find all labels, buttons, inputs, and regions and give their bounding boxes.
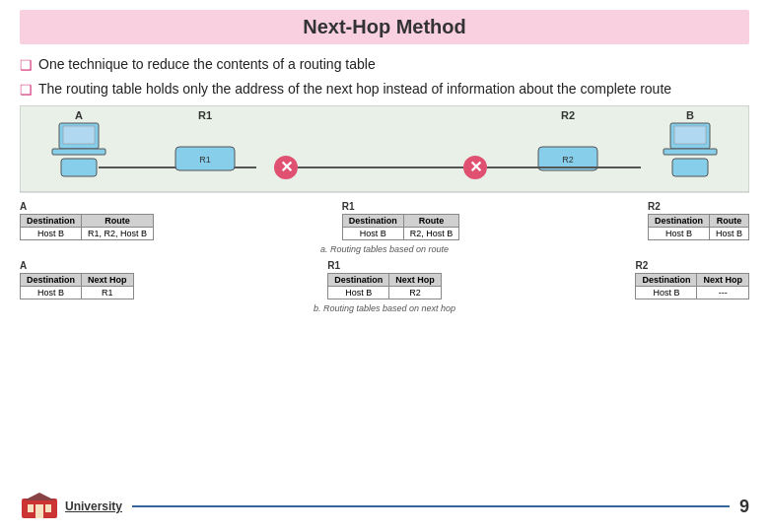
svg-marker-25 <box>24 493 55 500</box>
cell: R2, Host B <box>403 228 459 240</box>
svg-text:R2: R2 <box>562 155 574 165</box>
table-r2-nexthop-table: Destination Next Hop Host B --- <box>635 273 749 299</box>
svg-rect-27 <box>28 504 34 512</box>
svg-text:✕: ✕ <box>469 159 482 175</box>
col-route: Route <box>82 215 154 228</box>
table-row: Host B R1 <box>21 287 134 299</box>
nexthop-tables-section: A Destination Next Hop Host B R1 <box>20 260 749 313</box>
col-nexthop: Next Hop <box>697 274 749 287</box>
table-a-route-label: A <box>20 201 27 212</box>
table-r1-route: R1 Destination Route Host B R2, Host B <box>342 201 460 240</box>
footer: University 9 <box>0 491 769 522</box>
bullet-1: ❑ One technique to reduce the contents o… <box>20 56 749 73</box>
cell: Host B <box>21 287 82 299</box>
network-svg: A R1 R1 ✕ R2 R2 <box>20 105 749 194</box>
svg-rect-3 <box>52 149 105 155</box>
cell: R2 <box>389 287 442 299</box>
table-r1-nexthop: R1 Destination Next Hop Host B R2 <box>327 260 442 299</box>
university-logo-icon <box>20 491 59 522</box>
col-nexthop: Next Hop <box>82 274 134 287</box>
svg-rect-26 <box>35 504 43 518</box>
cell: Host B <box>636 287 697 299</box>
table-a-nexthop-label: A <box>20 260 27 271</box>
bullet-icon-2: ❑ <box>20 82 33 98</box>
col-route: Route <box>710 215 749 228</box>
table-row: Host B R1, R2, Host B <box>21 228 154 240</box>
table-r1-route-table: Destination Route Host B R2, Host B <box>342 214 460 240</box>
footer-logo: University <box>20 491 122 522</box>
cell: Host B <box>342 228 403 240</box>
col-dest: Destination <box>21 215 82 228</box>
table-a-nexthop-table: Destination Next Hop Host B R1 <box>20 273 134 299</box>
slide-title: Next-Hop Method <box>20 16 749 38</box>
table-row: Host B R2, Host B <box>342 228 459 240</box>
cell: Host B <box>328 287 389 299</box>
col-dest: Destination <box>21 274 82 287</box>
bullet-2: ❑ The routing table holds only the addre… <box>20 81 749 98</box>
table-a-nexthop: A Destination Next Hop Host B R1 <box>20 260 134 299</box>
cell: R1 <box>82 287 134 299</box>
page-number: 9 <box>739 497 749 517</box>
svg-rect-28 <box>45 504 51 512</box>
slide: Next-Hop Method ❑ One technique to reduc… <box>0 0 769 532</box>
col-dest: Destination <box>648 215 709 228</box>
cell: R1, R2, Host B <box>82 228 154 240</box>
table-r2-route-label: R2 <box>648 201 661 212</box>
section-b-caption: b. Routing tables based on next hop <box>20 303 749 313</box>
svg-rect-5 <box>61 159 97 176</box>
col-route: Route <box>403 215 459 228</box>
svg-text:B: B <box>686 109 694 121</box>
section-a-caption: a. Routing tables based on route <box>20 244 749 254</box>
bullet-2-text: The routing table holds only the address… <box>38 81 671 97</box>
cell: Host B <box>648 228 709 240</box>
cell: --- <box>697 287 749 299</box>
table-r1-route-label: R1 <box>342 201 355 212</box>
svg-text:✕: ✕ <box>280 159 293 175</box>
col-dest: Destination <box>636 274 697 287</box>
university-label: University <box>65 499 122 513</box>
svg-text:R1: R1 <box>199 155 211 165</box>
cell: Host B <box>21 228 82 240</box>
svg-text:R1: R1 <box>198 109 212 121</box>
col-nexthop: Next Hop <box>389 274 442 287</box>
cell: Host B <box>710 228 749 240</box>
table-r1-nexthop-label: R1 <box>327 260 340 271</box>
bullet-icon-1: ❑ <box>20 57 33 73</box>
table-row: Host B --- <box>636 287 749 299</box>
svg-text:A: A <box>75 109 83 121</box>
table-r2-route: R2 Destination Route Host B Host B <box>648 201 749 240</box>
svg-rect-23 <box>672 159 708 176</box>
table-row: Host B Host B <box>648 228 748 240</box>
table-r2-nexthop-label: R2 <box>635 260 648 271</box>
col-dest: Destination <box>342 215 403 228</box>
table-a-route: A Destination Route Host B R1, R2, Host … <box>20 201 154 240</box>
table-row: Host B R2 <box>328 287 442 299</box>
route-tables-row: A Destination Route Host B R1, R2, Host … <box>20 201 749 240</box>
svg-rect-0 <box>20 105 749 192</box>
svg-rect-4 <box>63 126 95 144</box>
nexthop-tables-row: A Destination Next Hop Host B R1 <box>20 260 749 299</box>
bullet-1-text: One technique to reduce the contents of … <box>38 56 376 72</box>
route-tables-section: A Destination Route Host B R1, R2, Host … <box>20 201 749 254</box>
svg-rect-22 <box>674 126 706 144</box>
table-r2-route-table: Destination Route Host B Host B <box>648 214 749 240</box>
col-dest: Destination <box>328 274 389 287</box>
svg-rect-21 <box>664 149 717 155</box>
network-diagram: A R1 R1 ✕ R2 R2 <box>20 105 749 197</box>
table-r1-nexthop-table: Destination Next Hop Host B R2 <box>327 273 442 299</box>
table-r2-nexthop: R2 Destination Next Hop Host B --- <box>635 260 749 299</box>
table-a-route-table: Destination Route Host B R1, R2, Host B <box>20 214 154 240</box>
title-bar: Next-Hop Method <box>20 10 749 44</box>
svg-text:R2: R2 <box>561 109 575 121</box>
